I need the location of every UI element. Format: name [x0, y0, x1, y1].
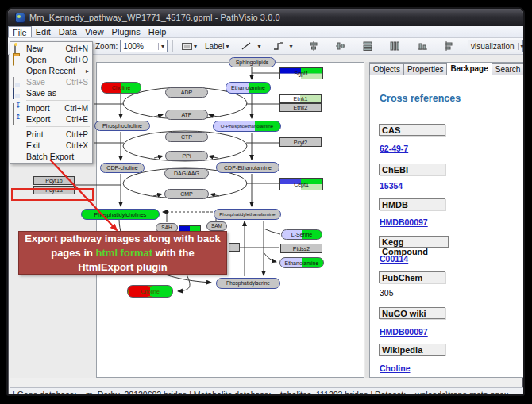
crossref-heading: Cross references: [380, 93, 461, 104]
visualization-combobox[interactable]: visualization ▾: [468, 40, 523, 52]
align-center-horizontal-icon[interactable]: [335, 40, 346, 52]
gene-node-icon: [182, 43, 192, 50]
selection-handle[interactable]: [148, 296, 152, 298]
menu-edit[interactable]: Edit: [32, 26, 55, 37]
node-ethanolamine-bottom[interactable]: Ethanolamine: [279, 257, 324, 268]
xref-header-nugo: NuGO wiki: [379, 307, 445, 319]
gene-node-cept1[interactable]: Cept1: [279, 178, 323, 190]
connector-tool-button[interactable]: ▾: [267, 40, 294, 53]
tab-properties[interactable]: Properties: [403, 63, 448, 75]
node-o-phosphoethanolamine[interactable]: O-Phosphoethanolamine: [213, 121, 281, 132]
menu-plugins[interactable]: Plugins: [108, 26, 145, 37]
distribute-vertical-icon[interactable]: [362, 40, 373, 52]
open-folder-icon: [13, 56, 23, 64]
xref-header-pubchem: PubChem: [379, 271, 445, 283]
node-l-serine[interactable]: L-Serine: [281, 229, 322, 240]
node-label: Choline: [141, 289, 160, 294]
window-title: Mm_Kennedy_pathway_WP1771_45176.gpml - P…: [29, 13, 280, 22]
line-tool-icon: [240, 40, 253, 52]
file-menu-popup: New Ctrl+N Open Ctrl+O Open Recent ▸ Sav…: [10, 41, 93, 164]
align-left-icon[interactable]: [444, 40, 455, 52]
menu-data[interactable]: Data: [55, 26, 81, 37]
xref-header-wikipedia: Wikipedia: [379, 344, 445, 356]
node-sam[interactable]: SAM: [206, 221, 227, 231]
zoom-label: Zoom:: [95, 42, 118, 51]
menu-item-batch-export[interactable]: Batch Export: [10, 151, 92, 162]
gene-node-etnk1[interactable]: Etnk1: [279, 94, 322, 103]
gene-node-etnk2[interactable]: Etnk2: [279, 103, 322, 112]
import-icon: [13, 104, 23, 113]
menu-item-import[interactable]: Import Ctrl+M: [10, 102, 92, 114]
node-dag-aag[interactable]: DAG/AAG: [164, 168, 209, 179]
menu-separator: [26, 126, 90, 127]
node-sphingolipids[interactable]: Sphingolipids: [229, 57, 276, 67]
xref-link-chebi[interactable]: 15354: [380, 181, 403, 190]
zoom-combobox[interactable]: 100% ▾: [120, 40, 168, 52]
node-cdp-ethanolamine[interactable]: CDP-Ethanolamine: [216, 162, 279, 173]
menu-item-save[interactable]: Save Ctrl+S: [10, 76, 92, 87]
menu-item-new[interactable]: New Ctrl+N: [10, 43, 92, 54]
xref-link-hmdb[interactable]: HMDB00097: [380, 217, 428, 227]
selection-handle[interactable]: [148, 285, 152, 287]
menu-help[interactable]: Help: [145, 26, 171, 37]
annotation-line1: Export pathway images along with back: [25, 232, 220, 246]
gene-node-sgpl1[interactable]: Sgpl1: [279, 67, 323, 79]
align-bottom-icon[interactable]: [417, 40, 428, 52]
submenu-arrow-icon: ▸: [86, 67, 92, 75]
gene-node-pcyt2[interactable]: Pcyt2: [279, 137, 322, 147]
sidebar-tabs: Objects Properties Backpage Search Legen…: [370, 63, 524, 75]
gene-node-ptdss2[interactable]: Ptdss2: [280, 244, 322, 253]
gene-node-pcyt1b[interactable]: Pcyt1b: [33, 176, 75, 185]
selection-handle[interactable]: [127, 290, 129, 294]
xref-link-kegg[interactable]: C00114: [380, 254, 408, 264]
tab-backpage[interactable]: Backpage: [446, 63, 492, 75]
menu-view[interactable]: View: [81, 26, 108, 37]
selection-handle[interactable]: [172, 290, 173, 294]
label-tool-button[interactable]: Label ▾: [203, 40, 230, 53]
tab-objects[interactable]: Objects: [369, 63, 404, 75]
chevron-down-icon: ▾: [518, 43, 524, 50]
chevron-down-icon: ▾: [194, 43, 197, 50]
line-tool-button[interactable]: ▾: [235, 40, 262, 53]
menu-file[interactable]: File: [8, 26, 32, 37]
tab-search[interactable]: Search: [492, 63, 525, 75]
menu-item-print[interactable]: Print Ctrl+P: [10, 129, 92, 140]
distribute-horizontal-icon[interactable]: [389, 40, 400, 52]
xref-link-cas[interactable]: 62-49-7: [380, 144, 408, 153]
node-phosphatidylcholines[interactable]: Phosphatidylcholines: [81, 209, 160, 220]
menu-item-open[interactable]: Open Ctrl+O: [10, 54, 92, 65]
right-sidebar: Objects Properties Backpage Search Legen…: [369, 62, 525, 378]
node-phosphocholine[interactable]: Phosphocholine: [94, 121, 150, 131]
menu-item-open-recent[interactable]: Open Recent ▸: [10, 65, 92, 76]
node-ethanolamine-top[interactable]: Ethanolamine: [226, 82, 271, 94]
chevron-down-icon: ▾: [226, 43, 229, 50]
xref-link-nugo[interactable]: HMDB00097: [380, 327, 428, 337]
node-cmp[interactable]: CMP: [164, 189, 209, 199]
gene-tool-button[interactable]: ▾: [180, 40, 199, 53]
node-choline-top[interactable]: Choline: [101, 82, 141, 94]
node-atp[interactable]: ATP: [165, 110, 208, 120]
node-choline-selected[interactable]: Choline: [127, 285, 173, 298]
menu-item-save-as[interactable]: Save as: [10, 87, 92, 98]
menu-item-export[interactable]: Export Ctrl+E: [10, 114, 92, 125]
align-center-vertical-icon[interactable]: [307, 40, 318, 52]
node-phosphatidylserine[interactable]: Phosphatidylserine: [216, 278, 280, 289]
new-file-icon: [13, 44, 23, 53]
anchor-node[interactable]: [229, 243, 240, 252]
menu-item-exit[interactable]: Exit Ctrl+X: [10, 140, 92, 151]
title-bar[interactable]: Mm_Kennedy_pathway_WP1771_45176.gpml - P…: [8, 9, 523, 26]
node-ctp[interactable]: CTP: [165, 132, 208, 142]
tab-legend[interactable]: Legend: [523, 63, 525, 75]
node-adp[interactable]: ADP: [165, 87, 208, 98]
annotation-line2: pages in html format with the: [51, 246, 195, 260]
toolbar-separator: [172, 40, 173, 52]
elbow-connector-icon: [272, 40, 284, 52]
export-icon: [13, 115, 23, 124]
node-cdp-choline[interactable]: CDP-choline: [100, 163, 145, 173]
node-phosphatidylethanolamine[interactable]: Phosphatidylethanolamine: [214, 209, 281, 220]
pathway-canvas[interactable]: [96, 62, 364, 378]
xref-link-wikipedia[interactable]: Choline: [380, 364, 411, 373]
save-icon: [13, 78, 23, 87]
node-ppi[interactable]: PPi: [165, 151, 208, 161]
zoom-value: 100%: [123, 42, 144, 51]
